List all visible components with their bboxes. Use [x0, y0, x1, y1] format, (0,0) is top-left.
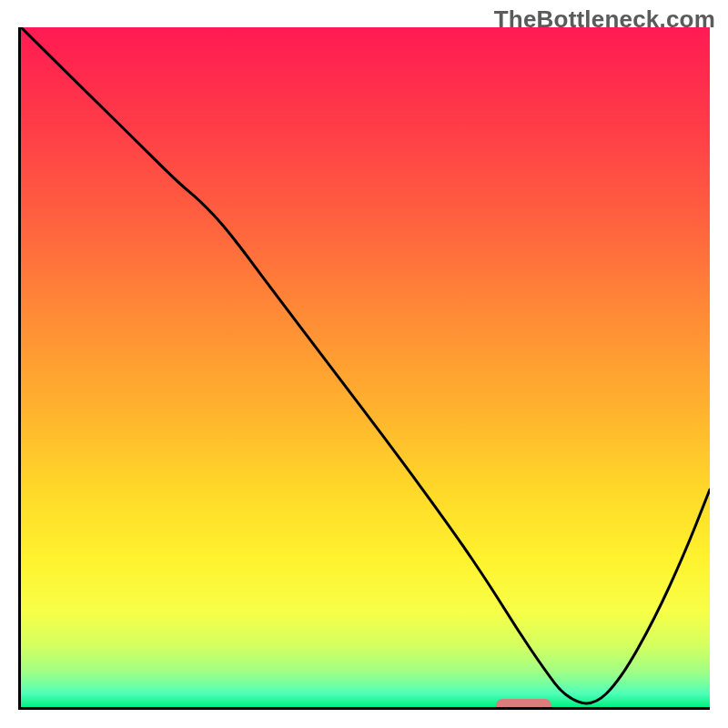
plot-area — [18, 27, 710, 710]
curve-svg — [21, 27, 710, 707]
watermark-text: TheBottleneck.com — [494, 5, 715, 34]
chart-container: TheBottleneck.com — [0, 0, 728, 728]
optimal-range-marker — [496, 699, 551, 710]
bottleneck-curve — [21, 27, 710, 703]
